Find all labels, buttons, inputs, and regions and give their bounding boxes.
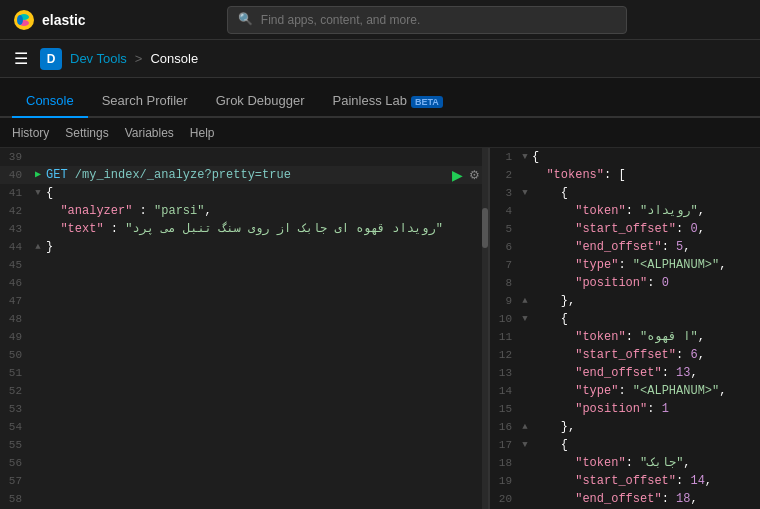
breadcrumb-current: Console [150,51,198,66]
editor-line-44: 44 ▲ } [0,238,488,256]
top-navbar: elastic 🔍 [0,0,760,40]
result-line-7: 7 "type": "<ALPHANUM>", [490,256,760,274]
main-area: 39 40 ▶ GET /my_index/_analyze?pretty=tr… [0,148,760,509]
editor-line-42: 42 "analyzer" : "parsi", [0,202,488,220]
editor-line-51: 51 [0,364,488,382]
result-line-19: 19 "start_offset": 14, [490,472,760,490]
editor-line-50: 50 [0,346,488,364]
result-line-15: 15 "position": 1 [490,400,760,418]
editor-line-40: 40 ▶ GET /my_index/_analyze?pretty=true … [0,166,488,184]
editor-line-57: 57 [0,472,488,490]
result-line-18: 18 "token": "جابک", [490,454,760,472]
result-line-6: 6 "end_offset": 5, [490,238,760,256]
elastic-title: elastic [42,12,86,28]
elastic-logo-icon [12,8,36,32]
editor-line-45: 45 [0,256,488,274]
run-button[interactable]: ▶ [452,167,463,183]
tab-painless-lab[interactable]: Painless LabBETA [319,85,457,118]
result-line-3: 3 ▼ { [490,184,760,202]
left-editor-content[interactable]: 39 40 ▶ GET /my_index/_analyze?pretty=tr… [0,148,488,509]
toolbar-variables[interactable]: Variables [125,126,174,140]
editor-line-47: 47 [0,292,488,310]
editor-line-52: 52 [0,382,488,400]
tab-search-profiler[interactable]: Search Profiler [88,85,202,118]
editor-line-39: 39 [0,148,488,166]
run-indicator: ▶ [30,166,46,184]
left-editor-panel: 39 40 ▶ GET /my_index/_analyze?pretty=tr… [0,148,490,509]
editor-line-56: 56 [0,454,488,472]
result-line-12: 12 "start_offset": 6, [490,346,760,364]
result-line-5: 5 "start_offset": 0, [490,220,760,238]
result-line-13: 13 "end_offset": 13, [490,364,760,382]
result-line-14: 14 "type": "<ALPHANUM>", [490,382,760,400]
breadcrumb-separator: > [135,51,143,66]
result-line-17: 17 ▼ { [490,436,760,454]
editor-line-48: 48 [0,310,488,328]
result-line-8: 8 "position": 0 [490,274,760,292]
left-scrollbar[interactable] [482,148,488,509]
options-button[interactable]: ⚙ [469,168,480,182]
user-badge: D [40,48,62,70]
right-editor-content[interactable]: 1 ▼ { 2 "tokens": [ 3 ▼ { 4 "tok [490,148,760,509]
result-line-20: 20 "end_offset": 18, [490,490,760,508]
tab-console[interactable]: Console [12,85,88,118]
result-line-16: 16 ▲ }, [490,418,760,436]
elastic-logo: elastic [12,8,86,32]
hamburger-button[interactable]: ☰ [10,45,32,72]
editor-line-58: 58 [0,490,488,508]
global-search[interactable]: 🔍 [227,6,627,34]
editor-line-53: 53 [0,400,488,418]
breadcrumb-devtools[interactable]: Dev Tools [70,51,127,66]
toolbar-help[interactable]: Help [190,126,215,140]
result-line-2: 2 "tokens": [ [490,166,760,184]
right-editor-panel: 1 ▼ { 2 "tokens": [ 3 ▼ { 4 "tok [490,148,760,509]
toolbar-history[interactable]: History [12,126,49,140]
tab-bar: Console Search Profiler Grok Debugger Pa… [0,78,760,118]
result-line-10: 10 ▼ { [490,310,760,328]
request-actions: ▶ ⚙ [452,167,480,183]
svg-point-3 [17,15,23,25]
editor-line-46: 46 [0,274,488,292]
beta-badge: BETA [411,96,443,108]
search-input[interactable] [261,13,616,27]
editor-line-54: 54 [0,418,488,436]
toolbar-settings[interactable]: Settings [65,126,108,140]
search-icon: 🔍 [238,12,253,27]
editor-line-55: 55 [0,436,488,454]
editor-line-41: 41 ▼ { [0,184,488,202]
tab-grok-debugger[interactable]: Grok Debugger [202,85,319,118]
left-scroll-thumb[interactable] [482,208,488,248]
editor-line-49: 49 [0,328,488,346]
toolbar: History Settings Variables Help [0,118,760,148]
result-line-11: 11 "token": "ا قهوه", [490,328,760,346]
result-line-1: 1 ▼ { [490,148,760,166]
editor-line-43: 43 "text" : "رویداد قهوه ای جابک از روی … [0,220,488,238]
result-line-9: 9 ▲ }, [490,292,760,310]
result-line-4: 4 "token": "رویداد", [490,202,760,220]
second-navbar: ☰ D Dev Tools > Console [0,40,760,78]
